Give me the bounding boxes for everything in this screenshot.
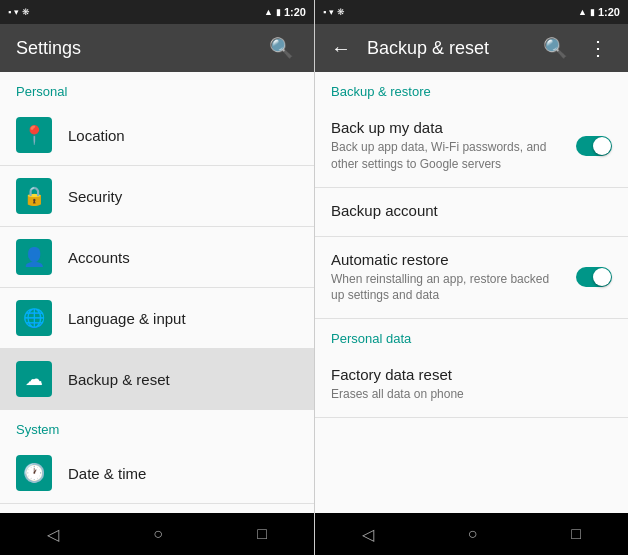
right-content: Backup & restore Back up my data Back up… xyxy=(315,72,628,513)
backup-data-item[interactable]: Back up my data Back up app data, Wi-Fi … xyxy=(315,105,628,188)
right-sim-icon: ▪ xyxy=(323,7,326,17)
datetime-icon: 🕐 xyxy=(16,455,52,491)
right-toolbar-actions: 🔍 ⋮ xyxy=(539,32,612,64)
left-nav-bar: ◁ ○ □ xyxy=(0,513,314,555)
left-nav-recents[interactable]: □ xyxy=(249,517,275,551)
right-toolbar-title: Backup & reset xyxy=(367,38,539,59)
right-more-icon[interactable]: ⋮ xyxy=(584,32,612,64)
settings-item-backup[interactable]: ☁ Backup & reset xyxy=(0,349,314,410)
wifi-icon: ▾ xyxy=(14,7,19,17)
settings-item-location[interactable]: 📍 Location xyxy=(0,105,314,166)
settings-item-accounts[interactable]: 👤 Accounts xyxy=(0,227,314,288)
backup-data-toggle[interactable] xyxy=(576,136,612,156)
right-toolbar: ← Backup & reset 🔍 ⋮ xyxy=(315,24,628,72)
right-signal-icon: ▲ xyxy=(578,7,587,17)
right-status-right: ▲ ▮ 1:20 xyxy=(578,6,620,18)
auto-restore-subtitle: When reinstalling an app, restore backed… xyxy=(331,271,551,305)
backup-label: Backup & reset xyxy=(68,371,170,388)
left-settings-list: Personal 📍 Location 🔒 Security 👤 Account… xyxy=(0,72,314,513)
backup-data-title: Back up my data xyxy=(331,119,551,136)
backup-account-item[interactable]: Backup account xyxy=(315,188,628,237)
security-label: Security xyxy=(68,188,122,205)
settings-item-datetime[interactable]: 🕐 Date & time xyxy=(0,443,314,504)
datetime-label: Date & time xyxy=(68,465,146,482)
left-status-right: ▲ ▮ 1:20 xyxy=(264,6,306,18)
left-nav-back[interactable]: ◁ xyxy=(39,517,67,552)
left-status-bar: ▪ ▾ ❋ ▲ ▮ 1:20 xyxy=(0,0,314,24)
right-bluetooth-icon: ❋ xyxy=(337,7,345,17)
left-status-icons: ▪ ▾ ❋ xyxy=(8,7,30,17)
auto-restore-item[interactable]: Automatic restore When reinstalling an a… xyxy=(315,237,628,320)
system-section-header: System xyxy=(0,410,314,443)
right-status-bar: ▪ ▾ ❋ ▲ ▮ 1:20 xyxy=(315,0,628,24)
factory-reset-subtitle: Erases all data on phone xyxy=(331,386,551,403)
auto-restore-text: Automatic restore When reinstalling an a… xyxy=(331,251,551,305)
right-search-icon[interactable]: 🔍 xyxy=(539,32,572,64)
left-toolbar-title: Settings xyxy=(16,38,265,59)
right-nav-home[interactable]: ○ xyxy=(460,517,486,551)
factory-reset-title: Factory data reset xyxy=(331,366,612,383)
right-wifi-icon: ▾ xyxy=(329,7,334,17)
language-icon: 🌐 xyxy=(16,300,52,336)
auto-restore-row: Automatic restore When reinstalling an a… xyxy=(331,251,612,305)
security-icon: 🔒 xyxy=(16,178,52,214)
battery-icon: ▮ xyxy=(276,7,281,17)
location-label: Location xyxy=(68,127,125,144)
backup-data-row: Back up my data Back up app data, Wi-Fi … xyxy=(331,119,612,173)
left-panel: ▪ ▾ ❋ ▲ ▮ 1:20 Settings 🔍 Personal 📍 Loc… xyxy=(0,0,314,555)
language-label: Language & input xyxy=(68,310,186,327)
settings-item-security[interactable]: 🔒 Security xyxy=(0,166,314,227)
left-nav-home[interactable]: ○ xyxy=(145,517,171,551)
right-nav-recents[interactable]: □ xyxy=(563,517,589,551)
backup-account-title: Backup account xyxy=(331,202,612,219)
auto-restore-toggle[interactable] xyxy=(576,267,612,287)
personal-data-header: Personal data xyxy=(315,319,628,352)
left-toolbar: Settings 🔍 xyxy=(0,24,314,72)
location-icon: 📍 xyxy=(16,117,52,153)
personal-section-header: Personal xyxy=(0,72,314,105)
accounts-label: Accounts xyxy=(68,249,130,266)
right-status-icons: ▪ ▾ ❋ xyxy=(323,7,345,17)
bluetooth-icon: ❋ xyxy=(22,7,30,17)
left-time: 1:20 xyxy=(284,6,306,18)
auto-restore-title: Automatic restore xyxy=(331,251,551,268)
left-search-icon[interactable]: 🔍 xyxy=(265,32,298,64)
sim-icon: ▪ xyxy=(8,7,11,17)
backup-restore-header: Backup & restore xyxy=(315,72,628,105)
right-battery-icon: ▮ xyxy=(590,7,595,17)
right-time: 1:20 xyxy=(598,6,620,18)
right-panel: ▪ ▾ ❋ ▲ ▮ 1:20 ← Backup & reset 🔍 ⋮ Back… xyxy=(314,0,628,555)
signal-icon: ▲ xyxy=(264,7,273,17)
right-nav-bar: ◁ ○ □ xyxy=(315,513,628,555)
factory-reset-item[interactable]: Factory data reset Erases all data on ph… xyxy=(315,352,628,418)
backup-icon: ☁ xyxy=(16,361,52,397)
right-nav-back[interactable]: ◁ xyxy=(354,517,382,552)
settings-item-language[interactable]: 🌐 Language & input xyxy=(0,288,314,349)
backup-data-text: Back up my data Back up app data, Wi-Fi … xyxy=(331,119,551,173)
accounts-icon: 👤 xyxy=(16,239,52,275)
back-button[interactable]: ← xyxy=(331,37,351,60)
backup-data-subtitle: Back up app data, Wi-Fi passwords, and o… xyxy=(331,139,551,173)
